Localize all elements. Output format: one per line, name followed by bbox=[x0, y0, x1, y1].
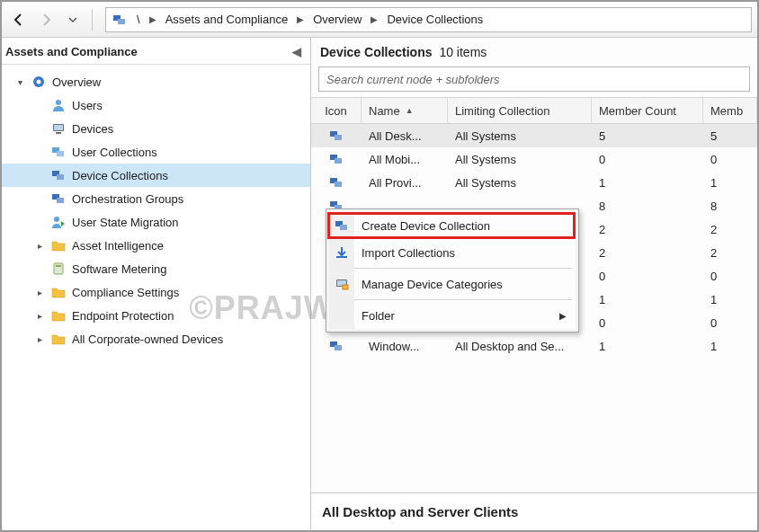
svg-rect-22 bbox=[335, 182, 342, 187]
navigation-sidebar: Assets and Compliance ◀ ▾Overview▸Users▸… bbox=[2, 38, 311, 530]
dcoll-icon bbox=[329, 218, 354, 233]
tree-item-user-collections[interactable]: ▸User Collections bbox=[2, 140, 310, 164]
forward-button[interactable] bbox=[34, 8, 58, 31]
row-icon bbox=[311, 129, 362, 143]
cell-name: Window... bbox=[362, 340, 448, 353]
tree-item-devices[interactable]: ▸Devices bbox=[2, 117, 310, 140]
context-menu: Create Device CollectionImport Collectio… bbox=[326, 208, 579, 332]
table-row[interactable]: Window...All Desktop and Se...11 bbox=[311, 334, 757, 358]
cell-mc: 2 bbox=[592, 223, 703, 236]
expander-closed-icon[interactable]: ▸ bbox=[34, 333, 45, 344]
cell-mc: 0 bbox=[592, 316, 703, 330]
tree-item-software-metering[interactable]: ▸Software Metering bbox=[2, 257, 310, 280]
content-item-count: 10 items bbox=[439, 45, 487, 59]
folder-icon bbox=[50, 237, 67, 253]
tree-item-label: Device Collections bbox=[72, 169, 168, 182]
tree-item-endpoint-protection[interactable]: ▸Endpoint Protection bbox=[2, 304, 310, 327]
user-icon bbox=[50, 97, 67, 113]
menu-item-import-collections[interactable]: Import Collections bbox=[329, 239, 576, 266]
menu-item-folder[interactable]: Folder▶ bbox=[329, 302, 576, 329]
table-row[interactable]: All Desk...All Systems55 bbox=[311, 124, 757, 147]
search-placeholder: Search current node + subfolders bbox=[326, 73, 500, 86]
expander-open-icon[interactable]: ▾ bbox=[14, 76, 25, 87]
column-header-member[interactable]: Memb bbox=[703, 98, 757, 123]
cell-mc: 8 bbox=[592, 200, 703, 213]
menu-item-create-device-collection[interactable]: Create Device Collection bbox=[329, 212, 576, 239]
device-icon bbox=[50, 120, 67, 137]
cell-mc: 0 bbox=[592, 153, 703, 166]
tree-item-label: Overview bbox=[52, 75, 101, 89]
menu-separator bbox=[354, 268, 572, 269]
tree-item-compliance-settings[interactable]: ▸Compliance Settings bbox=[2, 280, 310, 304]
column-header-membercount[interactable]: Member Count bbox=[592, 98, 703, 123]
cell-me: 1 bbox=[703, 293, 757, 306]
submenu-arrow-icon: ▶ bbox=[559, 311, 576, 321]
tree-item-device-collections[interactable]: ▸Device Collections bbox=[2, 164, 310, 187]
menu-item-label: Create Device Collection bbox=[354, 219, 490, 233]
cell-me: 2 bbox=[703, 246, 757, 260]
svg-rect-1 bbox=[118, 19, 125, 24]
cell-name: All Mobi... bbox=[362, 153, 448, 166]
expander-closed-icon[interactable]: ▸ bbox=[34, 240, 45, 251]
tree-item-asset-intelligence[interactable]: ▸Asset Intelligence bbox=[2, 234, 310, 257]
menu-separator bbox=[354, 299, 572, 300]
usm-icon bbox=[50, 214, 67, 230]
address-bar: \ ▶ Assets and Compliance ▶ Overview ▶ D… bbox=[2, 2, 757, 38]
tree-item-label: User Collections bbox=[72, 146, 157, 159]
dcoll-icon bbox=[50, 167, 67, 183]
back-button[interactable] bbox=[7, 8, 31, 31]
tree-item-user-state-migration[interactable]: ▸User State Migration bbox=[2, 210, 310, 234]
navigation-tree: ▾Overview▸Users▸Devices▸User Collections… bbox=[2, 65, 310, 356]
cell-name: All Desk... bbox=[362, 129, 448, 143]
cell-me: 1 bbox=[703, 176, 757, 190]
search-input[interactable]: Search current node + subfolders bbox=[318, 66, 750, 92]
svg-rect-9 bbox=[57, 151, 64, 156]
row-icon bbox=[311, 152, 362, 166]
svg-point-3 bbox=[37, 80, 41, 84]
separator bbox=[92, 9, 93, 31]
sort-asc-icon: ▲ bbox=[406, 106, 414, 115]
expander-closed-icon[interactable]: ▸ bbox=[34, 287, 45, 297]
menu-item-manage-device-categories[interactable]: Manage Device Categories bbox=[329, 270, 576, 297]
cell-me: 1 bbox=[703, 340, 757, 353]
cell-name: All Provi... bbox=[362, 176, 448, 190]
table-row[interactable]: All Mobi...All Systems00 bbox=[311, 147, 757, 171]
tree-item-label: User State Migration bbox=[72, 216, 179, 229]
cell-mc: 1 bbox=[592, 176, 703, 190]
column-header-icon[interactable]: Icon bbox=[311, 98, 362, 123]
import-icon bbox=[329, 245, 354, 260]
cell-me: 0 bbox=[703, 270, 757, 283]
history-dropdown[interactable] bbox=[61, 8, 85, 31]
menu-item-label: Manage Device Categories bbox=[354, 278, 503, 291]
cell-lim: All Systems bbox=[448, 176, 592, 190]
tree-item-label: Users bbox=[72, 99, 103, 112]
table-row[interactable]: All Provi...All Systems11 bbox=[311, 171, 757, 194]
chevron-right-icon: ▶ bbox=[149, 14, 156, 24]
cat-icon bbox=[329, 277, 354, 291]
tree-item-overview[interactable]: ▾Overview bbox=[2, 70, 310, 93]
breadcrumb[interactable]: \ ▶ Assets and Compliance ▶ Overview ▶ D… bbox=[105, 7, 752, 32]
menu-item-label: Import Collections bbox=[354, 246, 455, 260]
breadcrumb-item[interactable]: Overview bbox=[309, 13, 365, 26]
svg-rect-16 bbox=[56, 265, 61, 267]
svg-rect-11 bbox=[57, 174, 64, 180]
tree-item-all-corporate-owned-devices[interactable]: ▸All Corporate-owned Devices bbox=[2, 327, 310, 350]
svg-point-4 bbox=[56, 100, 61, 105]
svg-rect-7 bbox=[56, 132, 61, 134]
column-header-name[interactable]: Name ▲ bbox=[362, 98, 448, 123]
cell-me: 0 bbox=[703, 153, 757, 166]
tree-item-label: Devices bbox=[72, 122, 113, 136]
tree-item-users[interactable]: ▸Users bbox=[2, 93, 310, 117]
svg-rect-13 bbox=[57, 198, 64, 203]
tree-item-label: Compliance Settings bbox=[72, 286, 179, 299]
collapse-sidebar-icon[interactable]: ◀ bbox=[292, 45, 301, 58]
column-header-limiting[interactable]: Limiting Collection bbox=[448, 98, 592, 123]
sidebar-title: Assets and Compliance bbox=[5, 45, 138, 58]
tree-item-orchestration-groups[interactable]: ▸Orchestration Groups bbox=[2, 187, 310, 210]
meter-icon bbox=[50, 261, 67, 277]
cell-mc: 1 bbox=[592, 340, 703, 353]
breadcrumb-item[interactable]: Device Collections bbox=[383, 13, 487, 26]
breadcrumb-root[interactable]: \ bbox=[133, 13, 144, 26]
expander-closed-icon[interactable]: ▸ bbox=[34, 310, 45, 321]
breadcrumb-item[interactable]: Assets and Compliance bbox=[162, 13, 292, 26]
